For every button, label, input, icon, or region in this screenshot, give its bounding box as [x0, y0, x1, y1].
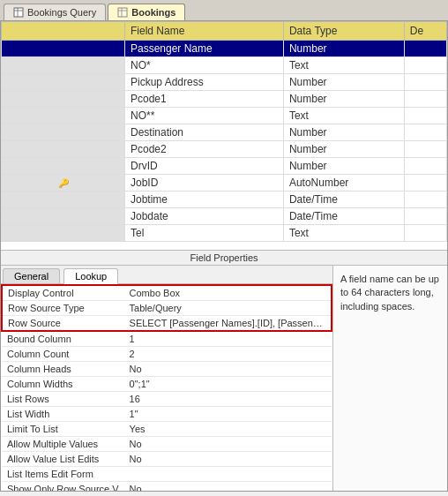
description-cell [404, 41, 446, 57]
row-indicator [2, 108, 125, 124]
props-row[interactable]: Bound Column1 [2, 331, 332, 347]
description-cell [404, 175, 446, 192]
prop-value: No [124, 452, 332, 467]
description-cell [404, 57, 446, 74]
table-active-icon [117, 7, 128, 18]
props-row[interactable]: Allow Multiple ValuesNo [2, 437, 332, 452]
table-row[interactable]: TelText [2, 225, 447, 242]
table-row[interactable]: NO**Text [2, 108, 447, 124]
row-indicator [2, 91, 125, 108]
key-icon: 🔑 [58, 178, 69, 188]
hint-text: A field name can be up to 64 characters … [340, 274, 439, 312]
props-row[interactable]: List Width1" [2, 407, 332, 422]
table-row[interactable]: Passenger NameNumber [2, 41, 447, 57]
data-type-cell: Text [283, 57, 404, 74]
field-name-cell: NO* [125, 57, 284, 74]
field-name-cell: Jobdate [125, 208, 284, 225]
props-row[interactable]: List Items Edit Form [2, 467, 332, 482]
prop-value: No [124, 482, 332, 492]
tab-bookings-query-label: Bookings Query [27, 7, 96, 18]
data-type-cell: AutoNumber [283, 175, 404, 192]
field-properties-bar: Field Properties [1, 250, 447, 266]
props-row[interactable]: Limit To ListYes [2, 422, 332, 437]
prop-name: Row Source Type [2, 301, 124, 316]
field-name-cell: Pcode2 [125, 141, 284, 158]
description-cell [404, 74, 446, 91]
props-tab-lookup[interactable]: Lookup [63, 268, 118, 284]
table-row[interactable]: NO*Text [2, 57, 447, 74]
props-row[interactable]: Column Count2 [2, 347, 332, 362]
prop-name: Display Control [2, 285, 124, 301]
table-row[interactable]: Pcode2Number [2, 141, 447, 158]
prop-name: List Items Edit Form [2, 467, 124, 482]
prop-name: List Width [2, 407, 124, 422]
data-type-cell: Text [283, 108, 404, 124]
props-tabs: General Lookup [1, 266, 332, 284]
tab-bar: Bookings Query Bookings [0, 0, 448, 20]
col-field-name: Field Name [125, 22, 284, 41]
tab-bookings[interactable]: Bookings [108, 4, 185, 20]
field-name-cell: Jobtime [125, 192, 284, 208]
data-type-cell: Number [283, 91, 404, 108]
prop-name: Limit To List [2, 422, 124, 437]
props-row[interactable]: List Rows16 [2, 392, 332, 407]
table-row[interactable]: JobtimeDate/Time [2, 192, 447, 208]
table-row[interactable]: JobdateDate/Time [2, 208, 447, 225]
tab-bookings-query[interactable]: Bookings Query [4, 4, 106, 20]
props-hint: A field name can be up to 64 characters … [332, 266, 447, 491]
row-indicator [2, 57, 125, 74]
prop-name: Bound Column [2, 331, 124, 347]
props-area: General Lookup Display ControlCombo BoxR… [1, 266, 447, 491]
row-indicator: 🔑 [2, 175, 125, 192]
props-tab-general[interactable]: General [3, 268, 60, 283]
field-name-cell: Destination [125, 124, 284, 141]
prop-name: Column Heads [2, 362, 124, 377]
prop-value: 0";1" [124, 377, 332, 392]
prop-value [124, 467, 332, 482]
props-row[interactable]: Allow Value List EditsNo [2, 452, 332, 467]
data-type-cell: Number [283, 74, 404, 91]
props-row[interactable]: Row Source TypeTable/Query [2, 301, 332, 316]
prop-value: 1" [124, 407, 332, 422]
general-tab-label: General [14, 271, 49, 282]
prop-name: Allow Multiple Values [2, 437, 124, 452]
tab-bookings-label: Bookings [131, 7, 175, 18]
props-left: General Lookup Display ControlCombo BoxR… [1, 266, 332, 491]
data-type-cell: Number [283, 141, 404, 158]
col-data-type: Data Type [283, 22, 404, 41]
table-row[interactable]: DestinationNumber [2, 124, 447, 141]
row-indicator [2, 74, 125, 91]
row-indicator [2, 208, 125, 225]
prop-value: 1 [124, 331, 332, 347]
field-name-cell: JobID [125, 175, 284, 192]
table-row[interactable]: Pickup AddressNumber [2, 74, 447, 91]
description-cell [404, 91, 446, 108]
svg-rect-0 [14, 8, 23, 17]
data-type-cell: Text [283, 225, 404, 242]
description-cell [404, 225, 446, 242]
props-row[interactable]: Display ControlCombo Box [2, 285, 332, 301]
table-area: Field Name Data Type De Passenger NameNu… [1, 21, 447, 250]
table-row[interactable]: DrvIDNumber [2, 158, 447, 175]
props-row[interactable]: Show Only Row Source VNo [2, 482, 332, 492]
table-row[interactable]: 🔑JobIDAutoNumber [2, 175, 447, 192]
lookup-tab-label: Lookup [75, 271, 107, 282]
data-type-cell: Date/Time [283, 192, 404, 208]
field-name-cell: NO** [125, 108, 284, 124]
prop-name: List Rows [2, 392, 124, 407]
table-row[interactable]: Pcode1Number [2, 91, 447, 108]
prop-value: No [124, 362, 332, 377]
data-type-cell: Number [283, 124, 404, 141]
prop-value: Combo Box [124, 285, 332, 301]
svg-rect-3 [118, 8, 127, 17]
row-indicator [2, 124, 125, 141]
field-name-cell: Tel [125, 225, 284, 242]
props-row[interactable]: Row SourceSELECT [Passenger Names].[ID],… [2, 316, 332, 332]
description-cell [404, 158, 446, 175]
props-row[interactable]: Column Widths0";1" [2, 377, 332, 392]
props-row[interactable]: Column HeadsNo [2, 362, 332, 377]
main-area: Field Name Data Type De Passenger NameNu… [0, 20, 448, 492]
prop-name: Row Source [2, 316, 124, 332]
props-scroll[interactable]: Display ControlCombo BoxRow Source TypeT… [1, 284, 332, 491]
prop-name: Column Count [2, 347, 124, 362]
